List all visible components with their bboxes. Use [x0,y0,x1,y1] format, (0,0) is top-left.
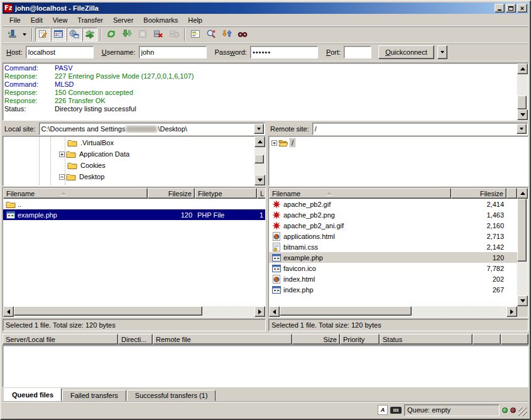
menu-item-transfer[interactable]: Transfer [73,15,107,25]
toggle-remote-tree-button[interactable] [67,28,82,41]
scroll-right-button[interactable] [255,306,265,317]
file-row-[interactable]: .. [3,199,265,209]
tree-item-desktop[interactable]: −Desktop [3,171,255,182]
menu-item-edit[interactable]: Edit [26,15,47,25]
synchronized-browsing-button[interactable] [219,28,234,41]
file-cell-filename: example.php [3,209,148,220]
tree-item-root[interactable]: +/ [269,137,528,148]
column-header-priority[interactable]: Priority [340,334,380,345]
column-header-filesize[interactable]: Filesize [451,188,506,199]
log-vertical-scrollbar[interactable] [517,64,528,120]
column-header-l[interactable]: L [257,188,266,199]
scrollbar-thumb[interactable] [255,155,264,163]
menu-item-server[interactable]: Server [109,15,138,25]
find-files-button[interactable] [235,28,250,41]
maximize-button[interactable] [506,4,516,13]
scroll-right-button[interactable] [506,306,517,317]
column-header-filetype[interactable]: Filetype [195,188,257,199]
tree-item-virtualbox[interactable]: .VirtualBox [3,137,255,148]
scrollbar-thumb[interactable] [14,306,202,316]
toggle-local-tree-button[interactable] [51,28,66,41]
close-button[interactable]: × [517,4,527,13]
tree-item-application-data[interactable]: +Application Data [3,148,255,160]
column-header-size[interactable]: Size [292,334,340,345]
local-site-dropdown-button[interactable] [254,124,264,134]
cancel-operation-button[interactable] [135,28,150,41]
port-input[interactable] [344,46,371,58]
remote-vertical-scrollbar[interactable] [517,188,528,306]
file-row-applications-html[interactable]: applications.html2,713 [269,231,517,241]
column-header-directi[interactable]: Directi... [118,334,153,345]
menu-item-view[interactable]: View [48,15,72,25]
column-header-status[interactable]: Status [380,334,473,345]
file-row-apache-pb2-ani-gif[interactable]: apache_pb2_ani.gif2,160 [269,220,517,231]
quickconnect-dropdown-button[interactable] [437,45,447,59]
menu-item-help[interactable]: Help [183,15,207,25]
local-tree-scrollbar[interactable] [255,136,265,185]
column-header-filename[interactable]: Filename [269,188,451,199]
local-horizontal-scrollbar[interactable] [3,306,265,317]
site-manager-dropdown-button[interactable] [20,28,29,41]
toggle-transfer-queue-button[interactable] [82,28,97,41]
remote-site-combobox[interactable]: / [312,123,528,135]
tree-item-cookies[interactable]: Cookies [3,160,255,171]
expand-plus-icon[interactable]: + [59,152,65,157]
scroll-down-button[interactable] [517,296,528,306]
column-header-remote-file[interactable]: Remote file [153,334,292,345]
file-row-example-php[interactable]: example.php120PHP File1 [3,209,265,220]
toggle-message-log-button[interactable] [35,28,50,41]
directory-listing-filters-button[interactable] [188,28,203,41]
scroll-left-button[interactable] [269,306,280,317]
password-input[interactable] [250,46,318,58]
host-input[interactable] [26,46,94,58]
file-row-index-php[interactable]: index.php267 [269,284,517,295]
reconnect-button[interactable] [167,28,182,41]
file-row-index-html[interactable]: index.html202 [269,274,517,284]
scrollbar-thumb[interactable] [517,96,527,109]
log-line-type: Command: [4,64,55,72]
file-row-apache-pb2-png[interactable]: apache_pb2.png1,463 [269,209,517,220]
scrollbar-thumb[interactable] [280,306,412,316]
collapse-minus-icon[interactable]: − [59,174,65,180]
minimize-button[interactable] [495,4,505,13]
column-header-label: Status [383,336,402,343]
file-name: apache_pb2.png [283,211,335,219]
file-row-apache-pb2-gif[interactable]: apache_pb2.gif2,414 [269,199,517,209]
column-header-spacer[interactable] [473,334,501,345]
menu-item-file[interactable]: File [5,15,25,25]
disconnect-button[interactable] [151,28,166,41]
arrow-left-icon [273,309,276,314]
refresh-button[interactable] [104,28,119,41]
column-header-server-local-file[interactable]: Server/Local file [3,334,118,345]
scroll-up-button[interactable] [255,136,265,147]
directory-comparison-button[interactable] [204,28,219,41]
html-file-icon [271,274,282,284]
tab-successful-transfers-1[interactable]: Successful transfers (1) [127,390,216,401]
title-bar[interactable]: Fz john@localhost - FileZilla × [3,3,528,14]
username-input[interactable] [139,46,207,58]
process-queue-button[interactable] [119,28,134,41]
quickconnect-button[interactable]: Quickconnect [378,45,434,59]
host-label: Host: [6,48,23,56]
scroll-left-button[interactable] [3,306,14,317]
expand-plus-icon[interactable]: + [271,140,277,146]
scrollbar-thumb[interactable] [517,199,527,262]
file-row-bitnami-css[interactable]: bitnami.css2,142 [269,241,517,252]
scroll-down-button[interactable] [517,109,528,120]
menu-item-bookmarks[interactable]: Bookmarks [139,15,182,25]
column-header-filesize[interactable]: Filesize [148,188,195,199]
remote-horizontal-scrollbar[interactable] [269,306,517,317]
file-row-favicon-ico[interactable]: favicon.ico7,782 [269,263,517,274]
site-manager-button[interactable] [4,28,19,41]
tab-failed-transfers[interactable]: Failed transfers [62,390,126,401]
file-row-example-php[interactable]: example.php120 [269,252,517,263]
tab-queued-files[interactable]: Queued files [4,388,62,401]
remote-site-dropdown-button[interactable] [517,124,527,134]
scroll-up-button[interactable] [517,188,528,199]
resize-grip[interactable] [518,407,527,416]
scroll-down-button[interactable] [255,175,265,185]
scroll-up-button[interactable] [517,64,528,74]
speed-limit-indicator-icon [390,407,402,414]
column-header-filename[interactable]: Filename [3,188,148,199]
local-site-combobox[interactable]: C:\Documents and Settings\Desktop\ [39,123,265,135]
